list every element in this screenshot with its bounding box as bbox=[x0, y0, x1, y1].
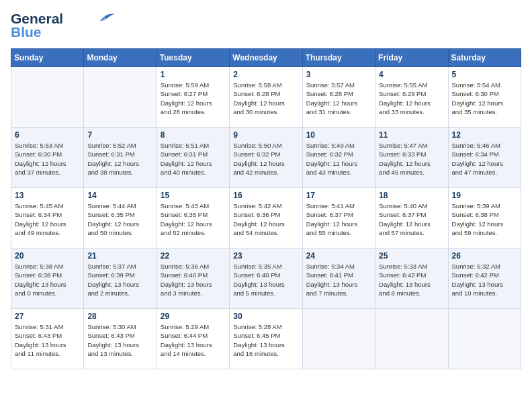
day-number: 28 bbox=[87, 312, 152, 321]
day-number: 2 bbox=[233, 70, 298, 79]
calendar-cell-w2-d3: 8Sunrise: 5:51 AM Sunset: 6:31 PM Daylig… bbox=[157, 128, 229, 188]
calendar-cell-w1-d5: 3Sunrise: 5:57 AM Sunset: 6:28 PM Daylig… bbox=[302, 67, 375, 128]
calendar-cell-w3-d5: 17Sunrise: 5:41 AM Sunset: 6:37 PM Dayli… bbox=[302, 188, 375, 248]
day-detail: Sunrise: 5:59 AM Sunset: 6:27 PM Dayligh… bbox=[161, 81, 226, 116]
calendar-cell-w3-d3: 15Sunrise: 5:43 AM Sunset: 6:35 PM Dayli… bbox=[157, 188, 229, 248]
calendar-cell-w2-d1: 6Sunrise: 5:53 AM Sunset: 6:30 PM Daylig… bbox=[11, 128, 84, 188]
day-number: 27 bbox=[15, 312, 80, 321]
day-detail: Sunrise: 5:40 AM Sunset: 6:37 PM Dayligh… bbox=[379, 201, 444, 237]
day-detail: Sunrise: 5:41 AM Sunset: 6:37 PM Dayligh… bbox=[306, 201, 371, 237]
calendar-cell-w4-d4: 23Sunrise: 5:35 AM Sunset: 6:40 PM Dayli… bbox=[230, 248, 302, 309]
calendar-cell-w5-d2: 28Sunrise: 5:30 AM Sunset: 6:43 PM Dayli… bbox=[84, 309, 157, 369]
calendar-cell-w4-d7: 26Sunrise: 5:32 AM Sunset: 6:42 PM Dayli… bbox=[448, 248, 521, 309]
day-detail: Sunrise: 5:52 AM Sunset: 6:31 PM Dayligh… bbox=[87, 141, 152, 177]
calendar-cell-w2-d2: 7Sunrise: 5:52 AM Sunset: 6:31 PM Daylig… bbox=[84, 128, 157, 188]
calendar-cell-w4-d3: 22Sunrise: 5:36 AM Sunset: 6:40 PM Dayli… bbox=[157, 248, 229, 309]
calendar-cell-w5-d4: 30Sunrise: 5:28 AM Sunset: 6:45 PM Dayli… bbox=[230, 309, 302, 369]
day-detail: Sunrise: 5:49 AM Sunset: 6:32 PM Dayligh… bbox=[306, 141, 371, 177]
header-saturday: Saturday bbox=[448, 49, 521, 67]
day-detail: Sunrise: 5:54 AM Sunset: 6:30 PM Dayligh… bbox=[452, 81, 517, 116]
day-number: 17 bbox=[306, 191, 371, 200]
header-thursday: Thursday bbox=[302, 49, 375, 67]
header-sunday: Sunday bbox=[11, 49, 84, 67]
day-detail: Sunrise: 5:46 AM Sunset: 6:34 PM Dayligh… bbox=[452, 141, 517, 177]
day-detail: Sunrise: 5:35 AM Sunset: 6:40 PM Dayligh… bbox=[233, 262, 298, 298]
day-detail: Sunrise: 5:38 AM Sunset: 6:38 PM Dayligh… bbox=[15, 262, 80, 298]
calendar-cell-w5-d1: 27Sunrise: 5:31 AM Sunset: 6:43 PM Dayli… bbox=[11, 309, 84, 369]
day-detail: Sunrise: 5:57 AM Sunset: 6:28 PM Dayligh… bbox=[306, 81, 371, 116]
day-number: 14 bbox=[87, 191, 152, 200]
week-row-3: 13Sunrise: 5:45 AM Sunset: 6:34 PM Dayli… bbox=[11, 188, 521, 248]
day-detail: Sunrise: 5:36 AM Sunset: 6:40 PM Dayligh… bbox=[161, 262, 226, 298]
week-row-5: 27Sunrise: 5:31 AM Sunset: 6:43 PM Dayli… bbox=[11, 309, 521, 369]
day-detail: Sunrise: 5:31 AM Sunset: 6:43 PM Dayligh… bbox=[15, 322, 80, 358]
week-row-1: 1Sunrise: 5:59 AM Sunset: 6:27 PM Daylig… bbox=[11, 67, 521, 128]
day-number: 20 bbox=[15, 251, 80, 261]
calendar-cell-w1-d7: 5Sunrise: 5:54 AM Sunset: 6:30 PM Daylig… bbox=[448, 67, 521, 128]
day-detail: Sunrise: 5:42 AM Sunset: 6:36 PM Dayligh… bbox=[233, 201, 298, 237]
day-number: 25 bbox=[379, 251, 444, 261]
day-detail: Sunrise: 5:39 AM Sunset: 6:38 PM Dayligh… bbox=[452, 201, 517, 237]
week-row-2: 6Sunrise: 5:53 AM Sunset: 6:30 PM Daylig… bbox=[11, 128, 521, 188]
day-number: 8 bbox=[161, 130, 226, 140]
calendar-cell-w3-d1: 13Sunrise: 5:45 AM Sunset: 6:34 PM Dayli… bbox=[11, 188, 84, 248]
day-number: 29 bbox=[161, 312, 226, 321]
calendar-cell-w3-d4: 16Sunrise: 5:42 AM Sunset: 6:36 PM Dayli… bbox=[230, 188, 302, 248]
logo-blue: Blue bbox=[11, 24, 42, 40]
day-detail: Sunrise: 5:28 AM Sunset: 6:45 PM Dayligh… bbox=[233, 322, 298, 358]
calendar-cell-w3-d6: 18Sunrise: 5:40 AM Sunset: 6:37 PM Dayli… bbox=[375, 188, 448, 248]
day-number: 24 bbox=[306, 251, 371, 261]
day-number: 9 bbox=[233, 130, 298, 140]
day-number: 13 bbox=[15, 191, 80, 200]
day-detail: Sunrise: 5:53 AM Sunset: 6:30 PM Dayligh… bbox=[15, 141, 80, 177]
calendar-cell-w1-d1 bbox=[11, 67, 84, 128]
day-detail: Sunrise: 5:32 AM Sunset: 6:42 PM Dayligh… bbox=[452, 262, 517, 298]
day-number: 16 bbox=[233, 191, 298, 200]
day-number: 3 bbox=[306, 70, 371, 79]
day-number: 11 bbox=[379, 130, 444, 140]
calendar-cell-w2-d6: 11Sunrise: 5:47 AM Sunset: 6:33 PM Dayli… bbox=[375, 128, 448, 188]
day-number: 4 bbox=[379, 70, 444, 79]
calendar-cell-w3-d7: 19Sunrise: 5:39 AM Sunset: 6:38 PM Dayli… bbox=[448, 188, 521, 248]
day-number: 15 bbox=[161, 191, 226, 200]
calendar-cell-w3-d2: 14Sunrise: 5:44 AM Sunset: 6:35 PM Dayli… bbox=[84, 188, 157, 248]
day-number: 23 bbox=[233, 251, 298, 261]
header-wednesday: Wednesday bbox=[230, 49, 302, 67]
day-detail: Sunrise: 5:51 AM Sunset: 6:31 PM Dayligh… bbox=[161, 141, 226, 177]
day-number: 1 bbox=[161, 70, 226, 79]
day-detail: Sunrise: 5:45 AM Sunset: 6:34 PM Dayligh… bbox=[15, 201, 80, 237]
logo-bird-icon bbox=[95, 11, 116, 24]
day-number: 19 bbox=[452, 191, 517, 200]
week-row-4: 20Sunrise: 5:38 AM Sunset: 6:38 PM Dayli… bbox=[11, 248, 521, 309]
calendar-cell-w5-d5 bbox=[302, 309, 375, 369]
calendar-cell-w2-d4: 9Sunrise: 5:50 AM Sunset: 6:32 PM Daylig… bbox=[230, 128, 302, 188]
calendar-cell-w4-d5: 24Sunrise: 5:34 AM Sunset: 6:41 PM Dayli… bbox=[302, 248, 375, 309]
day-detail: Sunrise: 5:50 AM Sunset: 6:32 PM Dayligh… bbox=[233, 141, 298, 177]
calendar-cell-w4-d2: 21Sunrise: 5:37 AM Sunset: 6:39 PM Dayli… bbox=[84, 248, 157, 309]
day-number: 6 bbox=[15, 130, 80, 140]
header-friday: Friday bbox=[375, 49, 448, 67]
day-detail: Sunrise: 5:44 AM Sunset: 6:35 PM Dayligh… bbox=[87, 201, 152, 237]
day-number: 21 bbox=[87, 251, 152, 261]
day-number: 5 bbox=[452, 70, 517, 79]
weekday-header-row: Sunday Monday Tuesday Wednesday Thursday… bbox=[11, 49, 521, 67]
calendar-cell-w2-d5: 10Sunrise: 5:49 AM Sunset: 6:32 PM Dayli… bbox=[302, 128, 375, 188]
calendar-cell-w1-d6: 4Sunrise: 5:55 AM Sunset: 6:29 PM Daylig… bbox=[375, 67, 448, 128]
day-detail: Sunrise: 5:34 AM Sunset: 6:41 PM Dayligh… bbox=[306, 262, 371, 298]
day-detail: Sunrise: 5:55 AM Sunset: 6:29 PM Dayligh… bbox=[379, 81, 444, 116]
calendar-cell-w5-d7 bbox=[448, 309, 521, 369]
header-monday: Monday bbox=[84, 49, 157, 67]
day-number: 12 bbox=[452, 130, 517, 140]
calendar-cell-w4-d1: 20Sunrise: 5:38 AM Sunset: 6:38 PM Dayli… bbox=[11, 248, 84, 309]
logo: General Blue bbox=[11, 11, 116, 40]
day-detail: Sunrise: 5:47 AM Sunset: 6:33 PM Dayligh… bbox=[379, 141, 444, 177]
calendar-cell-w2-d7: 12Sunrise: 5:46 AM Sunset: 6:34 PM Dayli… bbox=[448, 128, 521, 188]
day-detail: Sunrise: 5:43 AM Sunset: 6:35 PM Dayligh… bbox=[161, 201, 226, 237]
day-number: 7 bbox=[87, 130, 152, 140]
calendar-cell-w1-d3: 1Sunrise: 5:59 AM Sunset: 6:27 PM Daylig… bbox=[157, 67, 229, 128]
day-number: 30 bbox=[233, 312, 298, 321]
calendar-cell-w1-d2 bbox=[84, 67, 157, 128]
day-detail: Sunrise: 5:30 AM Sunset: 6:43 PM Dayligh… bbox=[87, 322, 152, 358]
day-detail: Sunrise: 5:58 AM Sunset: 6:28 PM Dayligh… bbox=[233, 81, 298, 116]
day-number: 26 bbox=[452, 251, 517, 261]
